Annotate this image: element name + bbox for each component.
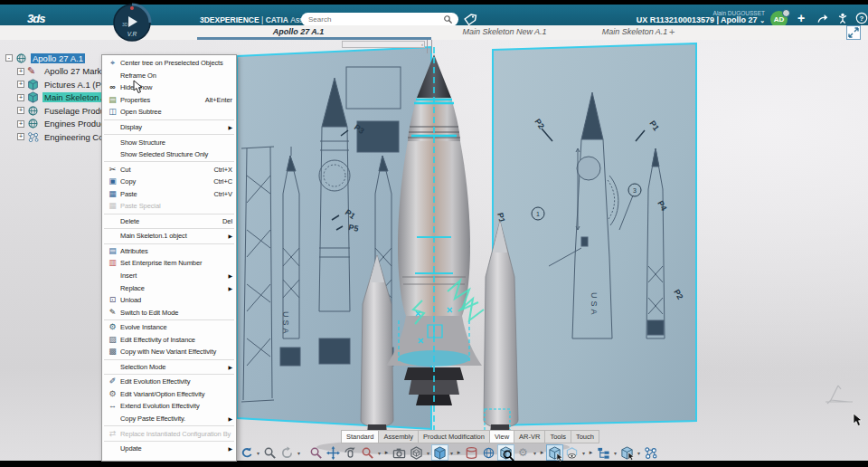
add-content-button[interactable]: + [797, 12, 805, 24]
expand-toggle[interactable]: + [17, 81, 24, 88]
expand-toggle[interactable]: + [17, 120, 24, 128]
menu-item-paste[interactable]: ▦PasteCtrl+V [102, 187, 236, 200]
tab-main-skeleton[interactable]: Main Skeleton A.1 [602, 27, 668, 36]
undo-caret[interactable]: ▾ [255, 450, 261, 456]
panel-scrollbar[interactable]: ‹ [342, 41, 425, 48]
ribbon-tab-tools[interactable]: Tools [545, 430, 571, 443]
menu-item-edit-effectivity-of-instance[interactable]: ▨Edit Effectivity of Instance [102, 333, 236, 346]
3d-compass[interactable]: V.R 3D [112, 3, 152, 43]
refresh-caret[interactable]: ▾ [296, 450, 302, 456]
menu-item-delete[interactable]: DeleteDel [102, 215, 236, 228]
menu-item-copy-paste-effectivity[interactable]: Copy Paste Effectivity.▶ [102, 413, 236, 425]
search-icon[interactable] [443, 14, 453, 24]
menu-item-edit-evolution-effectivity[interactable]: ✐Edit Evolution Effectivity [102, 376, 236, 388]
expand-toggle[interactable]: + [17, 68, 24, 75]
search-bar[interactable] [301, 13, 458, 26]
menu-item-selection-mode[interactable]: Selection Mode▶ [102, 361, 236, 374]
views-caret[interactable]: ▾ [425, 450, 431, 456]
select-cube-button[interactable] [546, 444, 563, 461]
ribbon-tab-touch[interactable]: Touch [571, 430, 599, 443]
user-context[interactable]: Alain DUGOUSSET UX R1132100013579 | Apol… [588, 10, 765, 25]
tree-node-label[interactable]: Apollo 27 A.1 [31, 53, 85, 63]
maximize-button[interactable] [846, 25, 861, 40]
globe-settings-button[interactable] [480, 444, 497, 461]
zoom-area-button[interactable] [261, 444, 278, 461]
gear-caret[interactable]: ▾ [532, 450, 538, 456]
toolbar-expand-arrow4[interactable]: ▸ [587, 449, 595, 456]
refresh-button[interactable] [278, 444, 296, 461]
network-browser-button[interactable] [642, 444, 659, 461]
expand-toggle[interactable]: + [17, 94, 24, 101]
look-at-button[interactable] [497, 444, 514, 461]
ribbon-tab-standard[interactable]: Standard [341, 430, 379, 443]
menu-item-edit-variant-option-effectivity[interactable]: ⚙Edit Variant/Option Effectivity [102, 388, 236, 401]
menu-separator [104, 228, 234, 229]
rotate-button[interactable] [342, 444, 359, 461]
expand-tree-button[interactable] [595, 444, 612, 461]
menu-separator [104, 441, 234, 442]
panel-splitter[interactable] [427, 40, 432, 53]
new-tab-button[interactable]: + [669, 26, 675, 37]
iso-caret[interactable]: ▾ [448, 450, 455, 456]
3d-scene[interactable]: USA P3 P1 P5 [231, 40, 868, 461]
menu-item-center-tree[interactable]: ⌖Center tree on Preselected Objects [102, 57, 236, 70]
expand-toggle[interactable]: + [17, 133, 24, 140]
collaboration-person-icon[interactable] [836, 12, 849, 24]
menu-item-show-structure[interactable]: Show Structure [102, 136, 236, 148]
menu-item-hide-show[interactable]: ∞Hide/Show [102, 81, 236, 94]
section-button[interactable] [463, 444, 480, 461]
menu-item-attributes[interactable]: ▤Attributes [102, 245, 236, 258]
undo-button[interactable] [238, 444, 255, 461]
camera-capture-button[interactable] [391, 444, 408, 461]
menu-item-replace[interactable]: Replace▶ [102, 281, 236, 294]
evolve-instance-icon: ⚙ [105, 323, 120, 331]
workspace-selector[interactable]: UX R1132100013579 | Apollo 27 ⌄ [588, 16, 765, 25]
tab-main-skeleton-new[interactable]: Main Skeleton New A.1 [462, 27, 546, 36]
menu-item-main-skeleton-object[interactable]: Main Skeleton.1 object▶ [102, 230, 236, 243]
toolbar-expand-arrow3[interactable]: ▸ [538, 449, 546, 456]
menu-item-switch-to-edit-mode[interactable]: ✎Switch to Edit Mode [102, 306, 236, 319]
blueprint-plane-right[interactable]: 1 3 P2 P1 P4 P1 P2 USA [493, 43, 696, 425]
menu-item-reframe-on[interactable]: Reframe On [102, 70, 236, 82]
expand-toggle[interactable]: + [17, 107, 24, 114]
zoom-button[interactable] [307, 444, 325, 461]
isolate-caret[interactable]: ▾ [636, 450, 642, 456]
ribbon-tab-product-modification[interactable]: Product Modification [419, 430, 490, 443]
menu-item-open-subtree[interactable]: ◫Open Subtree [102, 106, 236, 119]
share-icon[interactable] [816, 13, 829, 24]
ribbon-tab-view[interactable]: View [490, 430, 514, 443]
scroll-left-arrow[interactable]: ‹ [421, 42, 423, 47]
menu-item-extend-evolution-effectivity[interactable]: ↔Extend Evolution Effectivity [102, 400, 236, 413]
product-icon [27, 118, 40, 129]
menu-item-properties[interactable]: ▤PropertiesAlt+Enter [102, 94, 236, 107]
hide-caret[interactable]: ▾ [580, 450, 587, 456]
menu-item-set-enterprise-item-number[interactable]: ▥Set Enterprise Item Number [102, 257, 236, 270]
search-input[interactable] [307, 14, 443, 24]
pan-button[interactable] [325, 444, 342, 461]
menu-item-show-selected-structure[interactable]: Show Selected Structure Only [102, 148, 236, 161]
menu-item-update[interactable]: Update▶ [102, 443, 236, 455]
menu-item-display[interactable]: Display▶ [102, 121, 236, 134]
menu-item-unload[interactable]: ⊡Unload [102, 294, 236, 307]
iso-view-button[interactable] [431, 444, 448, 461]
tree-caret[interactable]: ▾ [612, 450, 618, 456]
tab-apollo-27[interactable]: Apollo 27 A.1 [273, 27, 325, 36]
ribbon-tab-assembly[interactable]: Assembly [379, 430, 419, 443]
zoom-caret[interactable]: ▾ [376, 450, 382, 456]
dassault-3ds-logo[interactable]: 3ds [27, 12, 44, 25]
zoom-out-button[interactable] [359, 444, 376, 461]
ribbon-tab-ar-vr[interactable]: AR-VR [514, 430, 545, 443]
isolate-cube-button[interactable] [618, 444, 636, 461]
menu-item-copy[interactable]: ▣CopyCtrl+C [102, 176, 236, 188]
menu-item-copy-with-new-variant-effectivity[interactable]: ▩Copy with New Variant Effectivity [102, 346, 236, 358]
help-icon[interactable]: ? [855, 12, 868, 24]
toolbar-expand-arrow[interactable]: ▸ [382, 449, 391, 456]
named-views-button[interactable] [408, 444, 425, 461]
toolbar-expand-arrow2[interactable]: ▸ [455, 449, 463, 456]
menu-item-insert[interactable]: Insert▶ [102, 270, 236, 282]
menu-item-evolve-instance[interactable]: ⚙Evolve Instance [102, 321, 236, 334]
collapse-toggle[interactable]: - [5, 54, 13, 62]
hide-show-cube-button[interactable] [563, 444, 580, 461]
settings-gear-icon[interactable]: ⚙ [514, 444, 532, 461]
menu-item-cut[interactable]: ✂CutCtrl+X [102, 163, 236, 176]
